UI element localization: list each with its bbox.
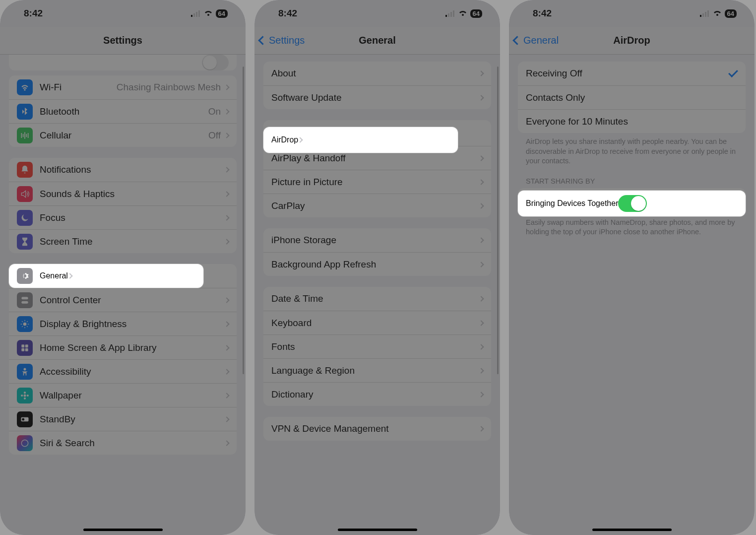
row-label: Receiving Off bbox=[526, 68, 729, 79]
chevron-right-icon bbox=[224, 393, 229, 398]
chevron-right-icon bbox=[478, 70, 484, 76]
row-label: Keyboard bbox=[271, 318, 479, 329]
notifications-row[interactable]: Notifications bbox=[9, 158, 237, 182]
everyone-row[interactable]: Everyone for 10 Minutes bbox=[518, 109, 746, 133]
svg-rect-1 bbox=[193, 13, 195, 17]
row-label: Language & Region bbox=[271, 365, 479, 376]
status-bar: 8:42 64 bbox=[254, 0, 500, 27]
row-label: Wallpaper bbox=[40, 390, 225, 401]
sounds-row[interactable]: Sounds & Haptics bbox=[9, 182, 237, 205]
general-screen: 8:42 64 Settings General About Software … bbox=[254, 0, 500, 535]
battery-badge: 64 bbox=[470, 9, 482, 18]
status-icons: 64 bbox=[700, 9, 737, 18]
signal-icon bbox=[191, 10, 201, 17]
display-row[interactable]: Display & Brightness bbox=[9, 312, 237, 335]
cellular-row[interactable]: Cellular Off bbox=[9, 123, 237, 147]
storage-group: iPhone Storage Background App Refresh bbox=[263, 228, 491, 276]
fonts-row[interactable]: Fonts bbox=[263, 334, 491, 358]
home-screen-row[interactable]: Home Screen & App Library bbox=[9, 335, 237, 359]
toggle-on[interactable] bbox=[618, 195, 647, 212]
pip-row[interactable]: Picture in Picture bbox=[263, 170, 491, 194]
grid-icon bbox=[17, 340, 33, 356]
standby-row[interactable]: StandBy bbox=[9, 407, 237, 431]
toggle[interactable] bbox=[202, 55, 229, 70]
svg-rect-22 bbox=[450, 12, 452, 17]
accessibility-row[interactable]: Accessibility bbox=[9, 359, 237, 383]
back-button[interactable]: General bbox=[514, 27, 559, 54]
svg-rect-2 bbox=[196, 12, 197, 17]
wallpaper-row[interactable]: Wallpaper bbox=[9, 383, 237, 407]
row-label: Home Screen & App Library bbox=[40, 342, 225, 353]
svg-rect-24 bbox=[700, 15, 701, 17]
svg-point-14 bbox=[24, 397, 26, 399]
row-value: Chasing Rainbows Mesh bbox=[117, 82, 221, 93]
back-button[interactable]: Settings bbox=[259, 27, 305, 54]
about-row[interactable]: About bbox=[263, 62, 491, 85]
chevron-right-icon bbox=[224, 109, 229, 114]
chevron-right-icon bbox=[478, 426, 484, 431]
datetime-row[interactable]: Date & Time bbox=[263, 287, 491, 311]
row-label: Wi-Fi bbox=[40, 82, 117, 93]
bluetooth-row[interactable]: Bluetooth On bbox=[9, 99, 237, 123]
chevron-right-icon bbox=[478, 392, 484, 397]
control-center-row[interactable]: Control Center bbox=[9, 288, 237, 312]
software-update-row[interactable]: Software Update bbox=[263, 85, 491, 109]
general-row-highlight[interactable]: General bbox=[9, 264, 203, 288]
receiving-off-row[interactable]: Receiving Off bbox=[518, 62, 746, 85]
row-label: iPhone Storage bbox=[271, 235, 479, 246]
chevron-right-icon bbox=[478, 262, 484, 267]
wifi-row[interactable]: Wi-Fi Chasing Rainbows Mesh bbox=[9, 75, 237, 99]
keyboard-row[interactable]: Keyboard bbox=[263, 311, 491, 334]
language-row[interactable]: Language & Region bbox=[263, 358, 491, 382]
airdrop-row-highlight[interactable]: AirDrop bbox=[263, 127, 458, 153]
carplay-row[interactable]: CarPlay bbox=[263, 194, 491, 217]
airdrop-content[interactable]: Receiving Off Contacts Only Everyone for… bbox=[509, 55, 755, 535]
chevron-right-icon bbox=[478, 155, 484, 161]
check-icon bbox=[728, 67, 738, 77]
partial-toggle-row[interactable] bbox=[9, 55, 237, 70]
switches-icon bbox=[17, 292, 33, 308]
moon-icon bbox=[17, 210, 33, 226]
partial-row-group bbox=[9, 55, 237, 70]
chevron-right-icon bbox=[298, 137, 303, 142]
siri-icon bbox=[17, 435, 33, 451]
screentime-row[interactable]: Screen Time bbox=[9, 229, 237, 253]
home-indicator[interactable] bbox=[83, 529, 163, 531]
focus-row[interactable]: Focus bbox=[9, 205, 237, 229]
row-label: Bluetooth bbox=[40, 106, 208, 117]
storage-row[interactable]: iPhone Storage bbox=[263, 228, 491, 252]
row-label: Control Center bbox=[40, 295, 225, 306]
home-indicator[interactable] bbox=[338, 529, 417, 531]
row-label: StandBy bbox=[40, 414, 225, 425]
status-icons: 64 bbox=[191, 9, 228, 18]
chevron-left-icon bbox=[259, 35, 268, 46]
row-label: Software Update bbox=[271, 92, 479, 103]
siri-row[interactable]: Siri & Search bbox=[9, 431, 237, 455]
row-label: Bringing Devices Together bbox=[526, 199, 618, 208]
svg-rect-26 bbox=[705, 12, 706, 17]
scrollbar[interactable] bbox=[497, 67, 499, 374]
chevron-right-icon bbox=[224, 133, 229, 138]
svg-rect-23 bbox=[453, 10, 454, 17]
scrollbar[interactable] bbox=[243, 67, 244, 374]
wifi-icon bbox=[458, 10, 467, 17]
cellular-icon bbox=[17, 128, 33, 143]
sun-icon bbox=[17, 316, 33, 332]
contacts-only-row[interactable]: Contacts Only bbox=[518, 85, 746, 109]
flower-icon bbox=[17, 388, 33, 403]
chevron-right-icon bbox=[224, 345, 229, 350]
status-time: 8:42 bbox=[24, 8, 43, 19]
receiving-footer: AirDrop lets you share instantly with pe… bbox=[518, 133, 746, 166]
settings-content[interactable]: Wi-Fi Chasing Rainbows Mesh Bluetooth On… bbox=[0, 55, 246, 535]
dictionary-row[interactable]: Dictionary bbox=[263, 382, 491, 406]
bringing-devices-row-highlight[interactable]: Bringing Devices Together bbox=[518, 191, 746, 216]
svg-rect-27 bbox=[707, 10, 709, 17]
row-label: Fonts bbox=[271, 341, 479, 352]
row-label: Cellular bbox=[40, 130, 208, 141]
vpn-row[interactable]: VPN & Device Management bbox=[263, 417, 491, 441]
notifications-group: Notifications Sounds & Haptics Focus Scr… bbox=[9, 158, 237, 253]
home-indicator[interactable] bbox=[592, 529, 672, 531]
back-label: Settings bbox=[269, 35, 305, 46]
bg-refresh-row[interactable]: Background App Refresh bbox=[263, 252, 491, 276]
chevron-right-icon bbox=[478, 296, 484, 301]
